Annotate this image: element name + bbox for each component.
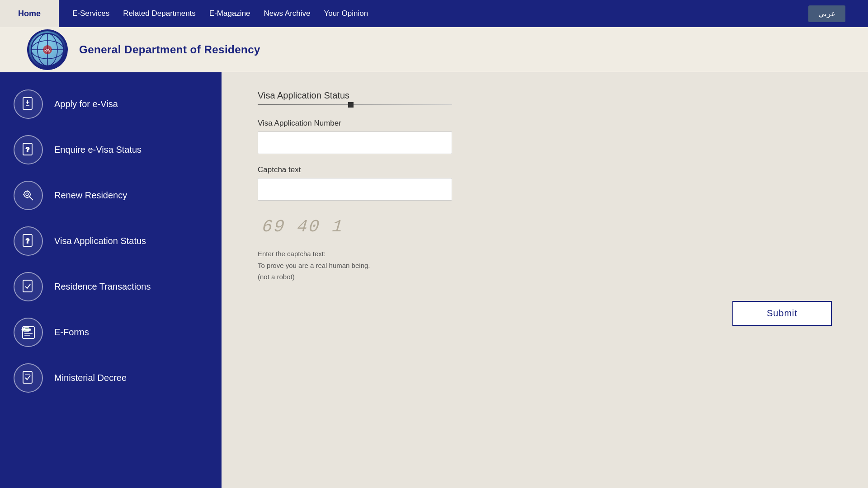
captcha-image: 69 40 1: [258, 212, 348, 241]
content-area: Visa Application Status Visa Application…: [222, 72, 868, 488]
sidebar-item-residence-transactions[interactable]: Residence Transactions: [0, 264, 222, 310]
sidebar-label-visa-status: Visa Application Status: [54, 236, 146, 246]
section-divider: [258, 104, 452, 105]
nav-arabic-button[interactable]: عربي: [808, 5, 845, 22]
document-question2-icon: ?: [14, 226, 43, 256]
eforms-icon: e-Forms: [14, 318, 43, 347]
form-section-title: Visa Application Status: [258, 90, 832, 101]
gear-search-icon: [14, 181, 43, 210]
sidebar-label-enquire-evisa: Enquire e-Visa Status: [54, 145, 142, 155]
header-title: General Department of Residency: [79, 43, 260, 56]
nav-home[interactable]: Home: [0, 0, 59, 27]
main-area: Apply for e-Visa ? Enquire e-Visa Status: [0, 72, 868, 488]
sidebar-item-visa-status[interactable]: ? Visa Application Status: [0, 218, 222, 264]
visa-number-input[interactable]: [258, 131, 452, 154]
svg-rect-25: [23, 371, 32, 383]
captcha-instruction-line3: (not a robot): [258, 273, 295, 281]
captcha-input[interactable]: [258, 178, 452, 201]
logo-inner: KW: [29, 31, 66, 68]
svg-text:?: ?: [25, 146, 29, 153]
submit-button[interactable]: Submit: [732, 301, 832, 326]
nav-eservices[interactable]: E-Services: [72, 9, 109, 18]
sidebar-label-apply-evisa: Apply for e-Visa: [54, 99, 118, 109]
captcha-label: Captcha text: [258, 165, 832, 174]
sidebar-item-renew-residency[interactable]: Renew Residency: [0, 173, 222, 218]
captcha-instructions: Enter the captcha text: To prove you are…: [258, 248, 832, 283]
sidebar-item-enquire-evisa[interactable]: ? Enquire e-Visa Status: [0, 127, 222, 173]
svg-text:KW: KW: [44, 48, 51, 52]
sidebar: Apply for e-Visa ? Enquire e-Visa Status: [0, 72, 222, 488]
sidebar-label-eforms: E-Forms: [54, 327, 89, 338]
sidebar-label-renew-residency: Renew Residency: [54, 190, 127, 201]
document-question-icon: ?: [14, 135, 43, 164]
submit-container: Submit: [258, 301, 832, 326]
nav-your-opinion[interactable]: Your Opinion: [324, 9, 368, 18]
logo: KW: [27, 29, 68, 70]
svg-rect-19: [23, 280, 32, 292]
navbar: Home E-Services Related Departments E-Ma…: [0, 0, 868, 27]
svg-text:?: ?: [25, 237, 29, 244]
divider-dot: [348, 102, 354, 108]
sidebar-item-ministerial-decree[interactable]: Ministerial Decree: [0, 355, 222, 401]
sidebar-label-residence-transactions: Residence Transactions: [54, 282, 151, 292]
nav-links: E-Services Related Departments E-Magazin…: [59, 5, 868, 22]
nav-related-departments[interactable]: Related Departments: [123, 9, 196, 18]
sidebar-item-apply-evisa[interactable]: Apply for e-Visa: [0, 81, 222, 127]
document-plus-icon: [14, 89, 43, 119]
svg-text:e-Forms: e-Forms: [22, 328, 31, 331]
visa-number-label: Visa Application Number: [258, 119, 832, 128]
sidebar-label-ministerial-decree: Ministerial Decree: [54, 373, 127, 383]
svg-point-16: [26, 193, 28, 196]
svg-point-14: [24, 191, 30, 197]
nav-emagazine[interactable]: E-Magazine: [209, 9, 250, 18]
nav-news-archive[interactable]: News Archive: [264, 9, 311, 18]
document-check-icon: [14, 272, 43, 301]
captcha-instruction-line2: To prove you are a real human being.: [258, 262, 370, 269]
svg-line-15: [29, 197, 33, 200]
captcha-instruction-line1: Enter the captcha text:: [258, 250, 326, 258]
page-header: KW General Department of Residency: [0, 27, 868, 72]
document-check2-icon: [14, 363, 43, 393]
captcha-code: 69 40 1: [261, 217, 344, 236]
sidebar-item-eforms[interactable]: e-Forms E-Forms: [0, 310, 222, 355]
